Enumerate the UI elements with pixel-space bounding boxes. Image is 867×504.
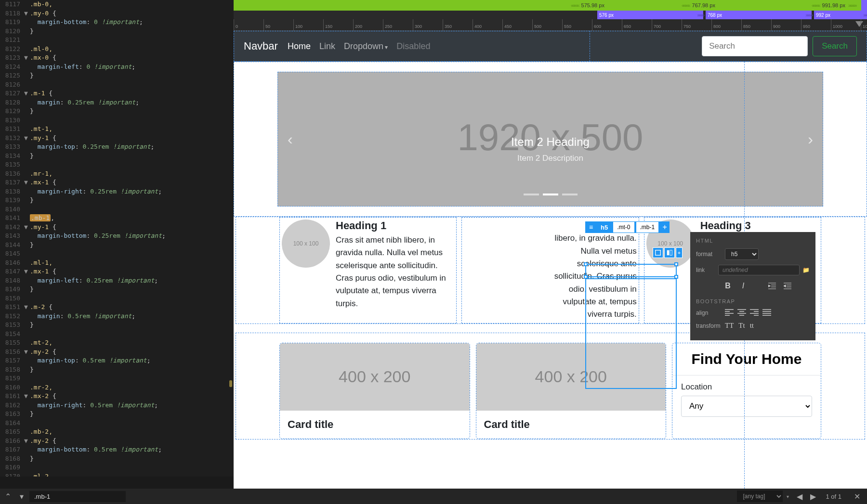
filter-input[interactable]	[29, 491, 126, 502]
find-home-title: Find Your Home	[672, 343, 821, 375]
card-col-2: nibh libero, in gravida nulla. Nulla vel…	[461, 217, 639, 323]
code-editor[interactable]: 8117.mb-0,8118▼.my-0 {8119 margin-bottom…	[0, 0, 234, 477]
para-col2-icon[interactable]	[664, 247, 675, 258]
card-col-1: 100 x 100 Heading 1 Cras sit amet nibh l…	[279, 217, 457, 323]
link-label: link	[696, 267, 718, 273]
drag-handle-icon[interactable]: ≡	[585, 221, 597, 233]
bottom-bar: ⌃ ▾ [any tag] ▾ ◀ ▶ 1 of 1 ✕	[0, 489, 867, 504]
thumb-1: 100 x 100	[282, 220, 330, 268]
breakpoint-sub-bar[interactable]: 576 px»»»»» 768 px»»»»» 992 px»»»	[234, 11, 867, 19]
transform-cap-icon[interactable]: Tt	[738, 322, 745, 330]
align-right-icon[interactable]	[750, 309, 760, 317]
ruler[interactable]: 0501001502002503003504004505005506006507…	[234, 19, 867, 31]
selection-class-1[interactable]: .mt-0	[613, 221, 634, 233]
outdent-icon[interactable]	[782, 280, 793, 292]
nav-link-link[interactable]: Link	[319, 41, 335, 52]
selection-add-class[interactable]: +	[660, 221, 670, 233]
carousel-indicators[interactable]	[524, 194, 578, 195]
carousel-heading: Item 2 Heading	[511, 135, 590, 149]
tag-select[interactable]: [any tag]	[737, 491, 783, 502]
align-left-icon[interactable]	[725, 309, 735, 317]
find-home-panel: Find Your Home Location Any	[672, 343, 821, 439]
bcard-img-1: 400 x 200	[280, 343, 470, 411]
chevron-up-icon[interactable]: ⌃	[0, 492, 16, 501]
search-button[interactable]: Search	[813, 36, 857, 56]
funnel-icon[interactable]: ▾	[16, 492, 27, 501]
selection-class-2[interactable]: .mb-1	[636, 221, 659, 233]
nav-link-disabled: Disabled	[396, 41, 430, 52]
para-toolbar[interactable]: +	[653, 247, 683, 258]
card-para-2-partial: nibh libero, in gravida nulla. Nulla vel…	[464, 220, 636, 321]
carousel-container: 1920 x 500 Item 2 Heading Item 2 Descrip…	[234, 62, 867, 217]
card-heading-1[interactable]: Heading 1	[336, 220, 454, 232]
props-html-title: HTML	[696, 238, 810, 244]
transform-label: transform	[696, 323, 725, 329]
scroll-thumb[interactable]	[229, 380, 232, 387]
indent-icon[interactable]	[766, 280, 778, 292]
nav-dropdown[interactable]: Dropdown	[344, 41, 388, 52]
bcard-img-2: 400 x 200	[476, 343, 666, 411]
navbar: Navbar Home Link Dropdown Disabled Searc…	[234, 31, 867, 62]
card-heading-3: Heading 3	[700, 220, 819, 232]
carousel-next-icon[interactable]: ›	[808, 130, 813, 148]
carousel-prev-icon[interactable]: ‹	[288, 130, 293, 148]
properties-panel[interactable]: HTML format h5 link 📁 B I BOOTSTRAP alig…	[690, 232, 815, 340]
breakpoint-bar[interactable]: «««««575.98 px «««««767.98 px «««««991.9…	[234, 0, 867, 11]
carousel[interactable]: 1920 x 500 Item 2 Heading Item 2 Descrip…	[277, 72, 823, 207]
para-add-icon[interactable]: +	[676, 247, 683, 258]
prev-result-icon[interactable]: ◀	[793, 492, 806, 501]
next-result-icon[interactable]: ▶	[806, 492, 820, 501]
transform-upper-icon[interactable]: TT	[725, 322, 734, 330]
selection-toolbar[interactable]: ≡ h5 .mt-0 .mb-1 +	[585, 221, 670, 233]
align-justify-icon[interactable]	[762, 309, 772, 317]
search-input[interactable]	[702, 36, 808, 56]
bcard-1: 400 x 200 Card title	[279, 343, 470, 439]
card-para-1: Cras sit amet nibh libero, in gravida nu…	[336, 234, 454, 310]
svg-rect-0	[656, 250, 661, 256]
bcard-title-2: Card title	[484, 418, 658, 431]
nav-link-home[interactable]: Home	[288, 41, 311, 52]
preview-panel: «««««575.98 px «««««767.98 px «««««991.9…	[234, 0, 867, 489]
carousel-description: Item 2 Description	[517, 154, 583, 163]
link-input[interactable]	[718, 265, 800, 275]
svg-rect-2	[670, 250, 672, 256]
svg-rect-1	[667, 250, 669, 256]
align-center-icon[interactable]	[737, 309, 747, 317]
find-location-select[interactable]: Any	[681, 396, 812, 417]
align-label: align	[696, 310, 725, 316]
find-location-label: Location	[681, 382, 812, 392]
bcard-title-1: Card title	[288, 418, 462, 431]
bcard-2: 400 x 200 Card title	[476, 343, 667, 439]
close-icon[interactable]: ✕	[847, 492, 867, 501]
page-indicator: 1 of 1	[820, 493, 847, 500]
folder-icon[interactable]: 📁	[802, 267, 810, 273]
selection-tag[interactable]: h5	[597, 221, 612, 233]
italic-icon[interactable]: I	[737, 280, 749, 292]
format-label: format	[696, 251, 725, 258]
para-col-icon[interactable]	[653, 247, 663, 258]
bottom-cards-row: 400 x 200 Card title 400 x 200 Card titl…	[236, 333, 865, 439]
format-select[interactable]: h5	[725, 248, 759, 260]
navbar-brand[interactable]: Navbar	[244, 40, 278, 52]
bold-icon[interactable]: B	[722, 280, 734, 292]
props-bootstrap-title: BOOTSTRAP	[696, 298, 810, 304]
transform-lower-icon[interactable]: tt	[750, 322, 754, 330]
tag-select-chevron-icon[interactable]: ▾	[787, 494, 789, 499]
